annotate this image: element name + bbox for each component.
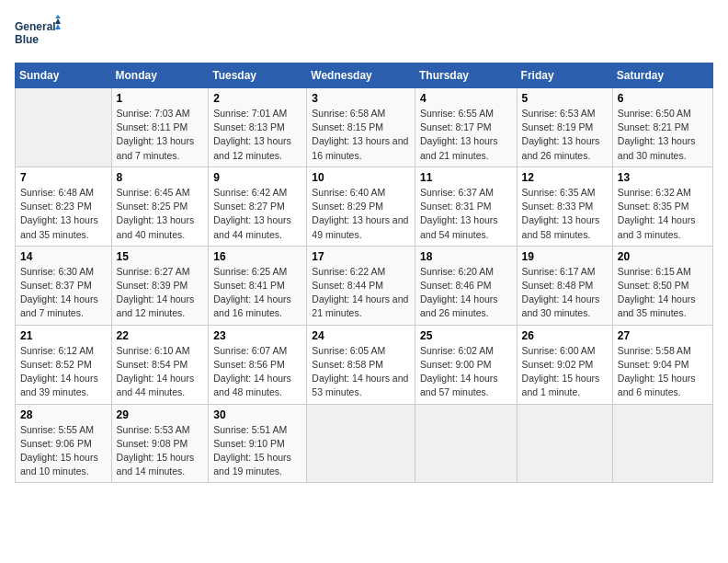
calendar-cell: 1 Sunrise: 7:03 AM Sunset: 8:11 PM Dayli… [111,88,209,167]
calendar-cell: 20 Sunrise: 6:15 AM Sunset: 8:50 PM Dayl… [612,246,712,325]
day-number: 6 [618,92,708,105]
calendar-cell: 27 Sunrise: 5:58 AM Sunset: 9:04 PM Dayl… [612,325,712,404]
calendar-cell: 22 Sunrise: 6:10 AM Sunset: 8:54 PM Dayl… [111,325,209,404]
calendar-cell: 7 Sunrise: 6:48 AM Sunset: 8:23 PM Dayli… [16,167,112,246]
day-number: 25 [420,329,512,342]
day-number: 9 [213,171,301,184]
calendar-cell [307,404,415,483]
day-info: Sunrise: 6:00 AM Sunset: 9:02 PM Dayligh… [522,344,608,400]
day-info: Sunrise: 6:07 AM Sunset: 8:56 PM Dayligh… [213,344,301,400]
day-number: 30 [213,408,301,421]
day-number: 21 [20,329,107,342]
calendar-cell: 10 Sunrise: 6:40 AM Sunset: 8:29 PM Dayl… [307,167,415,246]
day-number: 29 [117,408,204,421]
day-number: 8 [117,171,204,184]
day-number: 24 [312,329,410,342]
calendar-cell: 6 Sunrise: 6:50 AM Sunset: 8:21 PM Dayli… [612,88,712,167]
svg-marker-3 [55,18,61,24]
day-info: Sunrise: 6:02 AM Sunset: 9:00 PM Dayligh… [420,344,512,400]
calendar-cell [16,88,112,167]
day-info: Sunrise: 6:20 AM Sunset: 8:46 PM Dayligh… [420,265,512,321]
day-number: 20 [618,250,708,263]
calendar-cell: 15 Sunrise: 6:27 AM Sunset: 8:39 PM Dayl… [111,246,209,325]
day-number: 4 [420,92,512,105]
calendar-cell [415,404,517,483]
weekday-header-tuesday: Tuesday [209,63,307,88]
day-info: Sunrise: 6:12 AM Sunset: 8:52 PM Dayligh… [20,344,107,400]
day-info: Sunrise: 6:45 AM Sunset: 8:25 PM Dayligh… [117,186,204,242]
calendar-cell: 29 Sunrise: 5:53 AM Sunset: 9:08 PM Dayl… [111,404,209,483]
day-info: Sunrise: 6:42 AM Sunset: 8:27 PM Dayligh… [213,186,301,242]
day-number: 19 [522,250,608,263]
calendar-table: SundayMondayTuesdayWednesdayThursdayFrid… [15,63,713,483]
calendar-cell [612,404,712,483]
day-number: 22 [117,329,204,342]
calendar-cell: 14 Sunrise: 6:30 AM Sunset: 8:37 PM Dayl… [16,246,112,325]
calendar-cell: 30 Sunrise: 5:51 AM Sunset: 9:10 PM Dayl… [209,404,307,483]
day-info: Sunrise: 6:40 AM Sunset: 8:29 PM Dayligh… [312,186,410,242]
day-number: 1 [117,92,204,105]
day-number: 3 [312,92,410,105]
weekday-header-saturday: Saturday [612,63,712,88]
day-info: Sunrise: 6:37 AM Sunset: 8:31 PM Dayligh… [420,186,512,242]
calendar-cell: 13 Sunrise: 6:32 AM Sunset: 8:35 PM Dayl… [612,167,712,246]
day-info: Sunrise: 6:50 AM Sunset: 8:21 PM Dayligh… [618,107,708,163]
day-number: 11 [420,171,512,184]
day-info: Sunrise: 6:35 AM Sunset: 8:33 PM Dayligh… [522,186,608,242]
day-info: Sunrise: 5:53 AM Sunset: 9:08 PM Dayligh… [117,423,204,479]
calendar-week-2: 7 Sunrise: 6:48 AM Sunset: 8:23 PM Dayli… [16,167,713,246]
weekday-header-row: SundayMondayTuesdayWednesdayThursdayFrid… [16,63,713,88]
day-number: 5 [522,92,608,105]
day-info: Sunrise: 5:51 AM Sunset: 9:10 PM Dayligh… [213,423,301,479]
day-info: Sunrise: 6:25 AM Sunset: 8:41 PM Dayligh… [213,265,301,321]
day-info: Sunrise: 6:48 AM Sunset: 8:23 PM Dayligh… [20,186,107,242]
calendar-cell: 28 Sunrise: 5:55 AM Sunset: 9:06 PM Dayl… [16,404,112,483]
day-info: Sunrise: 6:30 AM Sunset: 8:37 PM Dayligh… [20,265,107,321]
calendar-cell: 23 Sunrise: 6:07 AM Sunset: 8:56 PM Dayl… [209,325,307,404]
day-info: Sunrise: 6:22 AM Sunset: 8:44 PM Dayligh… [312,265,410,321]
calendar-week-1: 1 Sunrise: 7:03 AM Sunset: 8:11 PM Dayli… [16,88,713,167]
day-info: Sunrise: 6:10 AM Sunset: 8:54 PM Dayligh… [117,344,204,400]
calendar-cell: 19 Sunrise: 6:17 AM Sunset: 8:48 PM Dayl… [517,246,612,325]
svg-marker-4 [55,24,61,29]
weekday-header-monday: Monday [111,63,209,88]
weekday-header-sunday: Sunday [16,63,112,88]
calendar-cell: 16 Sunrise: 6:25 AM Sunset: 8:41 PM Dayl… [209,246,307,325]
svg-text:Blue: Blue [15,33,39,46]
calendar-cell: 3 Sunrise: 6:58 AM Sunset: 8:15 PM Dayli… [307,88,415,167]
calendar-week-3: 14 Sunrise: 6:30 AM Sunset: 8:37 PM Dayl… [16,246,713,325]
day-info: Sunrise: 6:32 AM Sunset: 8:35 PM Dayligh… [618,186,708,242]
day-info: Sunrise: 6:17 AM Sunset: 8:48 PM Dayligh… [522,265,608,321]
calendar-cell [517,404,612,483]
svg-marker-2 [55,15,61,18]
day-info: Sunrise: 5:58 AM Sunset: 9:04 PM Dayligh… [618,344,708,400]
calendar-cell: 8 Sunrise: 6:45 AM Sunset: 8:25 PM Dayli… [111,167,209,246]
day-number: 18 [420,250,512,263]
day-number: 28 [20,408,107,421]
calendar-cell: 12 Sunrise: 6:35 AM Sunset: 8:33 PM Dayl… [517,167,612,246]
day-info: Sunrise: 6:05 AM Sunset: 8:58 PM Dayligh… [312,344,410,400]
calendar-cell: 11 Sunrise: 6:37 AM Sunset: 8:31 PM Dayl… [415,167,517,246]
day-info: Sunrise: 6:55 AM Sunset: 8:17 PM Dayligh… [420,107,512,163]
svg-text:General: General [15,20,56,33]
calendar-week-5: 28 Sunrise: 5:55 AM Sunset: 9:06 PM Dayl… [16,404,713,483]
weekday-header-friday: Friday [517,63,612,88]
calendar-week-4: 21 Sunrise: 6:12 AM Sunset: 8:52 PM Dayl… [16,325,713,404]
weekday-header-wednesday: Wednesday [307,63,415,88]
day-number: 13 [618,171,708,184]
day-number: 15 [117,250,204,263]
day-info: Sunrise: 6:27 AM Sunset: 8:39 PM Dayligh… [117,265,204,321]
day-number: 14 [20,250,107,263]
logo-svg: General Blue [15,15,61,52]
day-number: 23 [213,329,301,342]
weekday-header-thursday: Thursday [415,63,517,88]
day-info: Sunrise: 5:55 AM Sunset: 9:06 PM Dayligh… [20,423,107,479]
calendar-cell: 9 Sunrise: 6:42 AM Sunset: 8:27 PM Dayli… [209,167,307,246]
day-number: 12 [522,171,608,184]
calendar-cell: 26 Sunrise: 6:00 AM Sunset: 9:02 PM Dayl… [517,325,612,404]
calendar-cell: 5 Sunrise: 6:53 AM Sunset: 8:19 PM Dayli… [517,88,612,167]
day-info: Sunrise: 6:58 AM Sunset: 8:15 PM Dayligh… [312,107,410,163]
day-number: 2 [213,92,301,105]
day-info: Sunrise: 6:15 AM Sunset: 8:50 PM Dayligh… [618,265,708,321]
logo: General Blue [15,15,61,52]
